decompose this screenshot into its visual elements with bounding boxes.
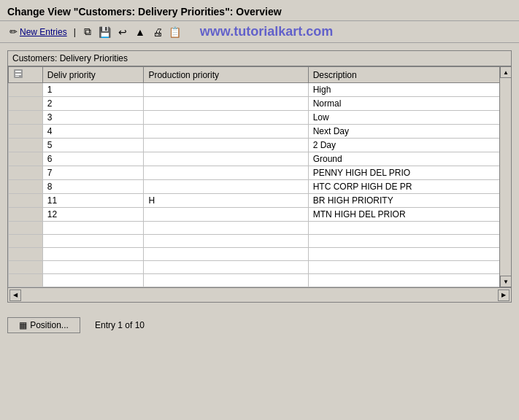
cell-description[interactable]: MTN HIGH DEL PRIOR — [308, 208, 510, 222]
cell-production_priority[interactable] — [144, 97, 308, 111]
scroll-down-button[interactable]: ▼ — [500, 276, 511, 287]
row-indicator-cell — [9, 248, 43, 261]
cell-description[interactable]: Normal — [308, 97, 510, 111]
cell-production_priority[interactable] — [144, 139, 308, 152]
col-header-production-priority: Production priority — [144, 67, 308, 83]
svg-rect-2 — [15, 74, 21, 75]
table-row[interactable] — [9, 248, 511, 261]
cell-production_priority[interactable] — [144, 222, 308, 235]
pencil-icon: ✏ — [9, 26, 18, 37]
table-row[interactable]: 7PENNY HIGH DEL PRIO — [9, 166, 511, 180]
watermark: www.tutorialkart.com — [200, 24, 333, 39]
table-row[interactable] — [9, 261, 511, 274]
copy-icon[interactable]: ⧉ — [80, 25, 95, 39]
table-row[interactable]: 1High — [9, 83, 511, 97]
export-icon[interactable]: 📋 — [168, 25, 182, 39]
row-indicator-cell — [9, 97, 43, 111]
position-icon: ▦ — [19, 320, 27, 330]
cell-description[interactable]: Low — [308, 111, 510, 125]
col-indicator-header — [9, 67, 43, 83]
col-header-deliv-priority: Deliv priority — [42, 67, 144, 83]
table-row[interactable]: 6Ground — [9, 152, 511, 166]
cell-deliv_priority[interactable] — [42, 222, 144, 235]
row-indicator-cell — [9, 166, 43, 180]
entry-info: Entry 1 of 10 — [95, 320, 145, 330]
table-row[interactable] — [9, 222, 511, 235]
cell-description[interactable] — [308, 261, 510, 274]
row-indicator-cell — [9, 125, 43, 139]
cell-production_priority[interactable] — [144, 180, 308, 194]
cell-description[interactable]: HTC CORP HIGH DE PR — [308, 180, 510, 194]
cell-deliv_priority[interactable] — [42, 248, 144, 261]
toolbar: ✏ New Entries | ⧉ 💾 ↩ ▲ 🖨 📋 www.tutorial… — [0, 21, 519, 43]
cell-production_priority[interactable] — [144, 166, 308, 180]
table-row[interactable]: 4Next Day — [9, 125, 511, 139]
cell-description[interactable]: 2 Day — [308, 139, 510, 152]
vertical-scrollbar[interactable]: ▲ ▼ — [499, 66, 511, 287]
cell-description[interactable] — [308, 248, 510, 261]
table-row[interactable]: 8HTC CORP HIGH DE PR — [9, 180, 511, 194]
cell-deliv_priority[interactable]: 2 — [42, 97, 144, 111]
cell-production_priority[interactable] — [144, 111, 308, 125]
cell-description[interactable]: High — [308, 83, 510, 97]
bottom-bar: ▦ Position... Entry 1 of 10 — [0, 310, 519, 341]
position-button[interactable]: ▦ Position... — [7, 317, 80, 333]
table-wrapper: Deliv priority Production priority Descr… — [8, 66, 511, 302]
cell-deliv_priority[interactable]: 7 — [42, 166, 144, 180]
svg-rect-1 — [15, 71, 21, 72]
cell-deliv_priority[interactable]: 5 — [42, 139, 144, 152]
cell-deliv_priority[interactable] — [42, 235, 144, 248]
table-row[interactable]: 2Normal — [9, 97, 511, 111]
cell-description[interactable] — [308, 235, 510, 248]
cell-production_priority[interactable] — [144, 235, 308, 248]
horizontal-scrollbar[interactable]: ◀ ▶ — [8, 287, 511, 302]
move-up-icon[interactable]: ▲ — [133, 25, 147, 39]
row-indicator-cell — [9, 152, 43, 166]
table-row[interactable]: 11HBR HIGH PRIORITY — [9, 194, 511, 208]
content-area: Customers: Delivery Priorities Deliv pri… — [0, 43, 519, 310]
table-row[interactable]: 52 Day — [9, 139, 511, 152]
save-icon[interactable]: 💾 — [98, 25, 112, 39]
scroll-left-button[interactable]: ◀ — [9, 289, 21, 301]
row-indicator-cell — [9, 235, 43, 248]
undo-icon[interactable]: ↩ — [115, 25, 130, 39]
cell-deliv_priority[interactable]: 4 — [42, 125, 144, 139]
cell-production_priority[interactable] — [144, 208, 308, 222]
new-entries-button[interactable]: ✏ New Entries — [7, 26, 69, 38]
toolbar-separator: | — [74, 27, 76, 37]
table-row[interactable] — [9, 274, 511, 287]
cell-production_priority[interactable] — [144, 274, 308, 287]
cell-description[interactable]: Ground — [308, 152, 510, 166]
cell-description[interactable]: PENNY HIGH DEL PRIO — [308, 166, 510, 180]
row-indicator-cell — [9, 180, 43, 194]
cell-description[interactable]: BR HIGH PRIORITY — [308, 194, 510, 208]
cell-deliv_priority[interactable]: 1 — [42, 83, 144, 97]
scroll-up-button[interactable]: ▲ — [500, 66, 511, 78]
row-indicator-cell — [9, 261, 43, 274]
row-indicator-cell — [9, 139, 43, 152]
cell-production_priority[interactable] — [144, 125, 308, 139]
cell-deliv_priority[interactable]: 12 — [42, 208, 144, 222]
cell-production_priority[interactable] — [144, 83, 308, 97]
cell-deliv_priority[interactable]: 11 — [42, 194, 144, 208]
cell-description[interactable]: Next Day — [308, 125, 510, 139]
cell-description[interactable] — [308, 274, 510, 287]
table-section-title: Customers: Delivery Priorities — [8, 51, 511, 66]
cell-description[interactable] — [308, 222, 510, 235]
table-row[interactable]: 12MTN HIGH DEL PRIOR — [9, 208, 511, 222]
cell-deliv_priority[interactable]: 6 — [42, 152, 144, 166]
cell-production_priority[interactable] — [144, 261, 308, 274]
print-icon[interactable]: 🖨 — [150, 25, 165, 39]
table-row[interactable] — [9, 235, 511, 248]
cell-deliv_priority[interactable]: 3 — [42, 111, 144, 125]
cell-production_priority[interactable] — [144, 152, 308, 166]
cell-deliv_priority[interactable] — [42, 261, 144, 274]
cell-production_priority[interactable]: H — [144, 194, 308, 208]
cell-deliv_priority[interactable] — [42, 274, 144, 287]
table-row[interactable]: 3Low — [9, 111, 511, 125]
scroll-right-button[interactable]: ▶ — [498, 289, 510, 301]
cell-deliv_priority[interactable]: 8 — [42, 180, 144, 194]
cell-production_priority[interactable] — [144, 248, 308, 261]
data-table: Deliv priority Production priority Descr… — [8, 66, 511, 287]
col-header-description: Description — [308, 67, 510, 83]
